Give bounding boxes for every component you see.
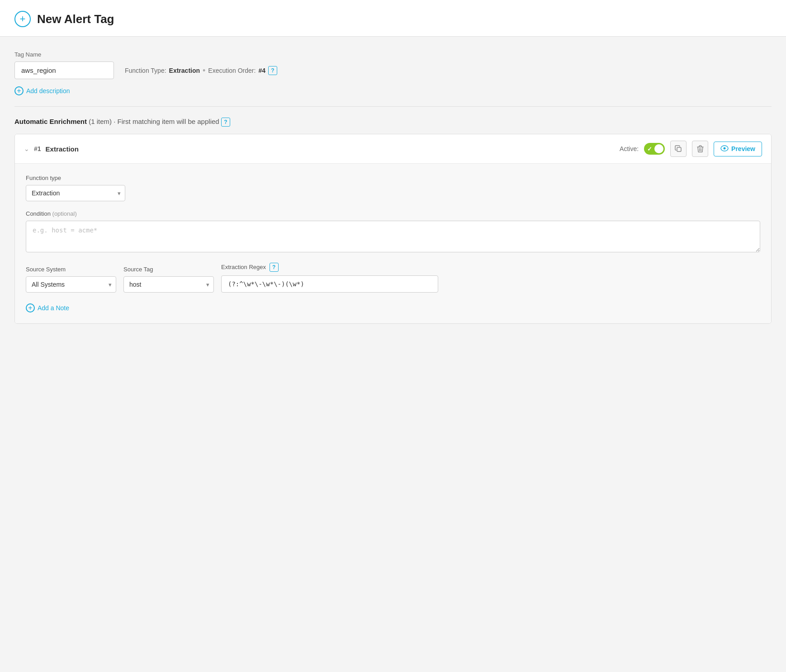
page-header: + New Alert Tag <box>0 0 786 37</box>
enrichment-card: ⌄ #1 Extraction Active: ✓ <box>14 134 772 324</box>
preview-button[interactable]: Preview <box>714 142 762 156</box>
condition-input[interactable] <box>26 221 760 252</box>
extraction-regex-label: Extraction Regex ? <box>221 263 438 272</box>
enrichment-header-left: ⌄ #1 Extraction <box>24 145 79 153</box>
enrichment-card-header: ⌄ #1 Extraction Active: ✓ <box>15 134 771 164</box>
preview-label: Preview <box>731 145 755 152</box>
execution-order-label: Execution Order: <box>208 67 256 74</box>
extraction-regex-group: Extraction Regex ? <box>221 263 438 293</box>
tag-name-section: Tag Name Function Type: Extraction • Exe… <box>14 51 772 107</box>
source-system-group: Source System All Systems System A Syste… <box>26 266 116 293</box>
source-system-label: Source System <box>26 266 116 273</box>
add-note-plus-icon: + <box>26 303 35 312</box>
enrichment-header: Automatic Enrichment (1 item) · First ma… <box>14 118 772 127</box>
source-tag-label: Source Tag <box>123 266 214 273</box>
tag-name-row: Function Type: Extraction • Execution Or… <box>14 62 772 79</box>
page-content: Tag Name Function Type: Extraction • Exe… <box>0 37 786 672</box>
source-tag-select-wrapper: host ip region env ▾ <box>123 276 214 293</box>
active-toggle[interactable]: ✓ <box>644 143 665 155</box>
enrichment-section: Automatic Enrichment (1 item) · First ma… <box>14 118 772 324</box>
add-description-label: Add description <box>26 87 70 95</box>
execution-order-value: #4 <box>258 67 265 74</box>
function-type-select-wrapper: Extraction Lookup Replace Static ▾ <box>26 185 125 201</box>
enrichment-title: Automatic Enrichment <box>14 118 87 125</box>
add-description-link[interactable]: + Add description <box>14 86 70 95</box>
condition-optional-label: (optional) <box>52 210 77 217</box>
eye-icon <box>720 145 729 153</box>
function-type-select[interactable]: Extraction Lookup Replace Static <box>26 185 125 201</box>
extraction-regex-help-badge[interactable]: ? <box>270 263 279 272</box>
function-type-info: Function Type: Extraction • Execution Or… <box>125 66 277 75</box>
tag-name-input[interactable] <box>14 62 114 79</box>
delete-button[interactable] <box>692 141 708 157</box>
svg-rect-0 <box>677 147 681 151</box>
enrichment-header-right: Active: ✓ <box>620 141 762 157</box>
plus-circle-icon: + <box>14 11 31 27</box>
enrichment-number: #1 <box>34 145 41 152</box>
svg-point-2 <box>724 147 726 149</box>
tag-name-label: Tag Name <box>14 51 772 58</box>
function-type-form-label: Function type <box>26 175 760 181</box>
function-type-group: Function type Extraction Lookup Replace … <box>26 175 760 201</box>
copy-button[interactable] <box>670 141 687 157</box>
enrichment-info: First matching item will be applied <box>118 118 219 125</box>
dot-separator: • <box>203 66 205 75</box>
extraction-regex-input[interactable] <box>221 275 438 293</box>
source-tag-group: Source Tag host ip region env ▾ <box>123 266 214 293</box>
enrichment-type-title: Extraction <box>46 145 79 153</box>
active-label: Active: <box>620 145 639 152</box>
source-system-select[interactable]: All Systems System A System B <box>26 276 116 293</box>
chevron-down-icon[interactable]: ⌄ <box>24 145 29 152</box>
execution-order-help-badge[interactable]: ? <box>268 66 277 75</box>
enrichment-count: (1 item) <box>89 118 112 125</box>
source-row: Source System All Systems System A Syste… <box>26 263 760 293</box>
page-title: New Alert Tag <box>37 12 114 26</box>
enrichment-separator: · <box>114 118 117 125</box>
function-type-value: Extraction <box>169 67 200 74</box>
add-note-link[interactable]: + Add a Note <box>26 303 69 312</box>
toggle-check-icon: ✓ <box>647 146 652 152</box>
condition-form-label: Condition (optional) <box>26 210 760 217</box>
enrichment-card-body: Function type Extraction Lookup Replace … <box>15 164 771 323</box>
add-description-plus-icon: + <box>14 86 24 95</box>
enrichment-help-badge[interactable]: ? <box>221 118 230 127</box>
source-tag-select[interactable]: host ip region env <box>123 276 214 293</box>
add-note-label: Add a Note <box>38 304 69 312</box>
function-type-label: Function Type: <box>125 67 166 74</box>
toggle-slider: ✓ <box>644 143 665 155</box>
condition-group: Condition (optional) <box>26 210 760 254</box>
source-system-select-wrapper: All Systems System A System B ▾ <box>26 276 116 293</box>
